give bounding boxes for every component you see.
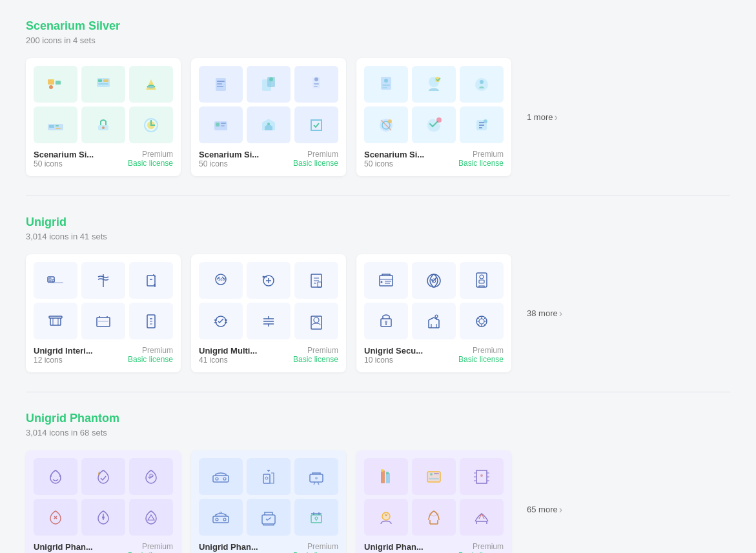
more-button[interactable]: 1 more › xyxy=(522,112,558,123)
svg-rect-35 xyxy=(382,85,390,86)
page-container: Scenarium Silver 200 icons in 4 sets xyxy=(0,0,756,553)
set-card[interactable]: Unigrid Phan... 36 icons Premium Basic l… xyxy=(191,450,346,553)
icon-cell xyxy=(129,262,173,299)
set-card[interactable]: Scenarium Si... 50 icons Premium Basic l… xyxy=(191,58,346,176)
set-card-icons xyxy=(364,262,504,339)
svg-rect-93 xyxy=(386,472,389,474)
icon-cell xyxy=(247,458,291,495)
icon-cell: 360 xyxy=(199,262,243,299)
svg-point-58 xyxy=(263,276,265,277)
icon-cell xyxy=(412,262,456,299)
svg-point-32 xyxy=(267,123,270,125)
icon-cell xyxy=(129,499,173,536)
svg-rect-20 xyxy=(217,86,223,87)
icon-cell xyxy=(412,458,456,495)
set-name: Scenarium Si... xyxy=(364,150,424,159)
set-card[interactable]: 360 xyxy=(191,254,346,372)
set-card[interactable]: Unigrid Secu... 10 icons Premium Basic l… xyxy=(356,254,511,372)
icon-cell xyxy=(460,499,504,536)
icon-cell xyxy=(364,458,408,495)
icon-cell xyxy=(81,499,125,536)
svg-rect-19 xyxy=(217,83,222,85)
more-button[interactable]: 38 more › xyxy=(522,308,562,319)
svg-text:360: 360 xyxy=(218,277,225,281)
icon-cell xyxy=(129,303,173,339)
svg-rect-29 xyxy=(216,123,220,126)
sets-row: Unigrid Phan... 23 icons Premium Basic l… xyxy=(26,450,730,553)
icon-cell xyxy=(199,66,243,103)
section-scenarium-silver: Scenarium Silver 200 icons in 4 sets xyxy=(26,0,730,196)
more-label: 38 more xyxy=(527,308,558,318)
icon-cell xyxy=(294,499,338,536)
icon-cell xyxy=(460,262,504,299)
set-card[interactable]: Unigrid Phan... 23 icons Premium Basic l… xyxy=(26,450,181,553)
icon-cell xyxy=(294,66,338,103)
svg-rect-92 xyxy=(381,469,383,472)
set-card-icons xyxy=(34,66,173,143)
svg-rect-26 xyxy=(314,83,319,85)
icon-cell xyxy=(199,106,243,143)
set-count: 50 icons xyxy=(199,159,259,168)
svg-rect-97 xyxy=(434,473,439,474)
icon-cell xyxy=(247,106,291,143)
license-badge: Basic license xyxy=(458,355,504,364)
set-card-footer: Unigrid Multi... 41 icons Premium Basic … xyxy=(199,346,338,365)
svg-point-25 xyxy=(314,77,318,81)
svg-rect-8 xyxy=(148,86,154,88)
more-button[interactable]: 65 more › xyxy=(522,504,562,516)
set-card-icons xyxy=(34,262,173,339)
set-card[interactable]: Scenarium Si... 50 icons Premium Basic l… xyxy=(356,58,511,176)
section-title: Unigrid xyxy=(26,216,730,229)
set-card[interactable]: Unigrid Phan... 12 icons Premium Basic l… xyxy=(356,450,511,553)
icon-cell xyxy=(412,66,456,103)
svg-point-83 xyxy=(315,477,318,479)
section-title: Unigrid Phantom xyxy=(26,412,730,425)
svg-rect-11 xyxy=(56,125,59,126)
set-name: Unigrid Secu... xyxy=(364,346,423,356)
set-count: 50 icons xyxy=(34,159,94,168)
icon-cell xyxy=(247,262,291,299)
icon-cell xyxy=(460,106,504,143)
svg-rect-80 xyxy=(263,474,270,483)
svg-point-81 xyxy=(265,477,268,479)
set-name: Unigrid Multi... xyxy=(199,346,257,356)
set-card[interactable]: Scenarium Si... 50 icons Premium Basic l… xyxy=(26,58,181,176)
icon-cell xyxy=(129,66,173,103)
svg-point-46 xyxy=(484,119,487,123)
set-card-icons xyxy=(364,458,504,536)
set-name: Scenarium Si... xyxy=(199,150,259,159)
svg-rect-12 xyxy=(56,128,61,129)
set-count: 12 icons xyxy=(34,356,93,365)
svg-rect-7 xyxy=(98,83,108,85)
icon-cell xyxy=(364,106,408,143)
tier-badge: Premium xyxy=(458,542,504,551)
svg-point-86 xyxy=(223,518,226,521)
icon-cell xyxy=(129,458,173,495)
svg-point-62 xyxy=(314,317,319,323)
svg-point-96 xyxy=(430,473,433,476)
icon-cell xyxy=(81,262,125,299)
svg-rect-5 xyxy=(98,79,102,82)
svg-rect-63 xyxy=(380,276,393,286)
set-card-icons xyxy=(199,458,338,536)
icon-cell xyxy=(294,303,338,339)
svg-point-14 xyxy=(102,126,105,129)
license-badge: Basic license xyxy=(128,355,173,364)
icon-cell xyxy=(81,106,125,143)
tier-badge: Premium xyxy=(128,542,173,551)
svg-point-44 xyxy=(436,117,442,123)
icon-cell xyxy=(34,262,77,299)
icon-cell xyxy=(412,499,456,536)
set-card[interactable]: Unigrid Interi... 12 icons Premium Basic… xyxy=(26,254,181,372)
set-card-icons xyxy=(199,66,338,143)
set-name: Unigrid Interi... xyxy=(34,346,93,356)
svg-point-79 xyxy=(223,478,226,480)
license-badge: Basic license xyxy=(458,159,504,168)
svg-point-99 xyxy=(480,474,483,477)
chevron-right-icon: › xyxy=(559,308,562,319)
icon-cell xyxy=(34,458,77,495)
tier-badge: Premium xyxy=(458,150,504,159)
svg-point-89 xyxy=(315,517,318,519)
set-card-icons: 360 xyxy=(199,262,338,339)
svg-point-74 xyxy=(479,319,484,324)
